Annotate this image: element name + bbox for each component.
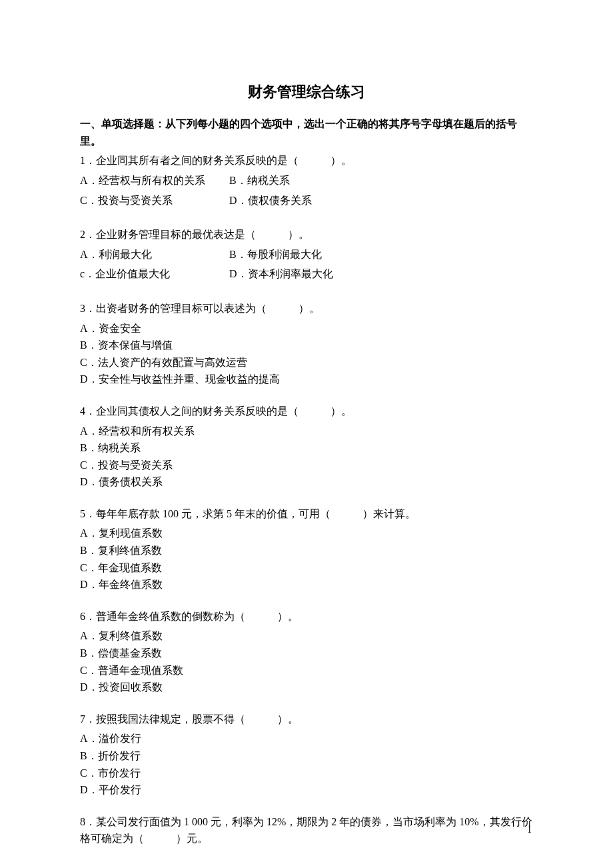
q3-text: 3．出资者财务的管理目标可以表述为（ ）。 — [80, 300, 533, 317]
q5-option-b: B．复利终值系数 — [80, 542, 533, 559]
q2-option-b: B．每股利润最大化 — [229, 246, 322, 263]
q6-option-a: A．复利终值系数 — [80, 627, 533, 645]
q7-option-b: B．折价发行 — [80, 747, 533, 765]
q7-option-c: C．市价发行 — [80, 765, 533, 782]
q7-option-d: D．平价发行 — [80, 781, 533, 799]
section-header: 一、单项选择题：从下列每小题的四个选项中，选出一个正确的将其序号字母填在题后的括… — [80, 115, 533, 149]
q5-option-c: C．年金现值系数 — [80, 559, 533, 577]
q1-options-row2: C．投资与受资关系 D．债权债务关系 — [80, 192, 533, 209]
q1-option-a: A．经营权与所有权的关系 — [80, 172, 227, 189]
q3-option-b: B．资本保值与增值 — [80, 337, 533, 354]
q2-option-d: D．资本利润率最大化 — [229, 265, 333, 283]
q5-text: 5．每年年底存款 100 元，求第 5 年末的价值，可用（ ）来计算。 — [80, 505, 533, 523]
q1-option-b: B．纳税关系 — [229, 172, 290, 189]
page-title: 财务管理综合练习 — [80, 80, 533, 103]
q7-text: 7．按照我国法律规定，股票不得（ ）。 — [80, 711, 533, 728]
q2-options-row1: A．利润最大化 B．每股利润最大化 — [80, 246, 533, 263]
q6-option-c: C．普通年金现值系数 — [80, 662, 533, 679]
q2-text: 2．企业财务管理目标的最优表达是（ ）。 — [80, 226, 533, 243]
q4-option-a: A．经营权和所有权关系 — [80, 423, 533, 440]
q1-option-d: D．债权债务关系 — [229, 192, 312, 209]
q6-option-b: B．偿债基金系数 — [80, 645, 533, 662]
q1-option-c: C．投资与受资关系 — [80, 192, 227, 209]
q4-text: 4．企业同其债权人之间的财务关系反映的是（ ）。 — [80, 403, 533, 420]
q2-option-c: c．企业价值最大化 — [80, 265, 227, 283]
q6-option-d: D．投资回收系数 — [80, 679, 533, 696]
q7-option-a: A．溢价发行 — [80, 730, 533, 747]
q1-text: 1．企业同其所有者之间的财务关系反映的是（ ）。 — [80, 152, 533, 169]
q3-option-a: A．资金安全 — [80, 320, 533, 337]
q8-text: 8．某公司发行面值为 1 000 元，利率为 12%，期限为 2 年的债券，当市… — [80, 813, 533, 847]
q5-option-d: D．年金终值系数 — [80, 576, 533, 593]
q1-options-row1: A．经营权与所有权的关系 B．纳税关系 — [80, 172, 533, 189]
q4-option-c: C．投资与受资关系 — [80, 457, 533, 474]
q5-option-a: A．复利现值系数 — [80, 525, 533, 542]
q2-options-row2: c．企业价值最大化 D．资本利润率最大化 — [80, 265, 533, 283]
q3-option-c: C．法人资产的有效配置与高效运营 — [80, 354, 533, 371]
q6-text: 6．普通年金终值系数的倒数称为（ ）。 — [80, 608, 533, 625]
q4-option-d: D．债务债权关系 — [80, 473, 533, 491]
q2-option-a: A．利润最大化 — [80, 246, 227, 263]
q3-option-d: D．安全性与收益性并重、现金收益的提高 — [80, 371, 533, 388]
q4-option-b: B．纳税关系 — [80, 439, 533, 457]
page-number: 1 — [527, 823, 532, 837]
